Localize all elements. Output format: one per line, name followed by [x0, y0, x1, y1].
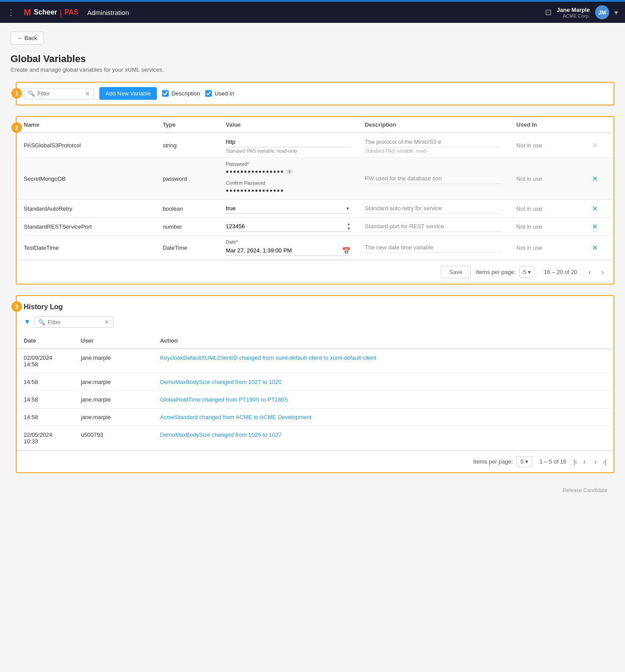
row-name: StandardAutoRetry	[17, 200, 156, 218]
string-value-input[interactable]	[226, 137, 351, 147]
items-per-page-select[interactable]: 5 ▾	[519, 267, 535, 278]
row-type: boolean	[156, 200, 219, 218]
list-item: 22/05/202410:33 u500793 DemoMaxBodySize …	[17, 426, 614, 450]
first-page-button[interactable]: |‹	[574, 458, 577, 465]
row-name: SecretMongoDB	[17, 158, 156, 200]
delete-button[interactable]: ✕	[592, 223, 598, 231]
number-spinners[interactable]: ▲ ▼	[347, 222, 351, 231]
history-date: 14:58	[17, 391, 74, 409]
avatar[interactable]: JM	[595, 5, 609, 19]
history-action: DemoMaxBodySize changed from 1026 to 102…	[153, 426, 614, 450]
logo-divider: |	[60, 8, 62, 17]
history-items-per-page-select[interactable]: 5 ▾	[516, 456, 532, 467]
row-description: Standard PAS variable, read-	[358, 133, 509, 158]
history-action: DemoMaxBodySize changed from 1027 to 102…	[153, 373, 614, 391]
add-new-variable-button[interactable]: Add New Variable	[99, 87, 157, 100]
delete-button[interactable]: ✕	[592, 205, 598, 213]
logo-pas: PAS	[65, 8, 79, 16]
list-item: 14:58 jane.marple GlobalHoldTime changed…	[17, 391, 614, 409]
prev-page-button[interactable]: ‹	[581, 457, 588, 467]
nav-right: ⊡ Jane Marple ACME Corp. JM ▾	[545, 5, 618, 19]
col-header-type: Type	[156, 117, 219, 133]
description-checkbox[interactable]	[162, 90, 169, 97]
row-type: number	[156, 218, 219, 236]
last-page-button[interactable]: ›|	[603, 458, 607, 465]
col-header-description: Description	[358, 117, 509, 133]
row-description	[358, 236, 509, 260]
row-value: Standard PAS variable, read-only	[219, 133, 358, 158]
history-page-info: 1 – 5 of 16	[539, 458, 566, 465]
history-user: jane.marple	[74, 349, 153, 373]
nav-left: ⋮ M Scheer | PAS Administration	[7, 7, 129, 18]
row-action: ✕	[585, 200, 614, 218]
datetime-input[interactable]	[226, 245, 351, 256]
used-in-checkbox-label[interactable]: Used In	[205, 90, 234, 97]
save-button[interactable]: Save	[441, 266, 471, 278]
description-input[interactable]	[365, 203, 502, 214]
items-per-page-value: 5	[523, 269, 526, 275]
value-note: Standard PAS variable, read-only	[226, 148, 297, 153]
filter-input[interactable]	[37, 90, 82, 97]
next-page-button[interactable]: ›	[599, 267, 607, 277]
password-dots: ••••••••••••••••	[226, 168, 284, 177]
history-items-per-page-section: Items per page: 5 ▾	[473, 456, 533, 467]
description-input[interactable]	[365, 173, 502, 184]
boolean-select[interactable]: true false	[226, 203, 351, 214]
calendar-icon[interactable]: 📅	[342, 247, 351, 255]
row-action: ✕	[585, 133, 614, 158]
back-button[interactable]: ← Back	[11, 32, 44, 44]
user-info: Jane Marple ACME Corp.	[557, 7, 590, 18]
row-type: DateTime	[156, 236, 219, 260]
row-name: StandardRESTServicePort	[17, 218, 156, 236]
col-header-date: Date	[17, 333, 74, 349]
menu-dots-icon[interactable]: ⋮	[7, 7, 15, 17]
filter-clear-icon[interactable]: ✕	[85, 90, 90, 97]
toolbar-section: 1 🔍 ✕ Add New Variable Description Used …	[16, 82, 614, 106]
delete-button[interactable]: ✕	[592, 175, 598, 183]
page-title: Global Variables	[11, 53, 614, 65]
eye-icon[interactable]: 👁	[286, 168, 293, 176]
table-row: PASGlobalS3Prototcol string Standard PAS…	[17, 133, 614, 158]
history-items-per-page-value: 5	[520, 458, 523, 465]
row-action: ✕	[585, 218, 614, 236]
variables-table-section: 2 Name Type Value Description Used In PA…	[16, 116, 614, 285]
col-header-name: Name	[17, 117, 156, 133]
number-input-wrapper: ▲ ▼	[226, 221, 351, 232]
description-input[interactable]	[365, 221, 502, 232]
description-checkbox-label[interactable]: Description	[162, 90, 200, 97]
search-icon: 🔍	[38, 319, 45, 325]
history-filter-input[interactable]	[48, 319, 102, 325]
chevron-down-icon[interactable]: ▾	[614, 8, 618, 17]
number-input[interactable]	[226, 221, 347, 231]
row-value: true false ▾	[219, 200, 358, 218]
filter-input-wrapper[interactable]: 🔍 ✕	[24, 88, 94, 99]
history-date: 22/05/202410:33	[17, 426, 74, 450]
filter-clear-icon[interactable]: ✕	[104, 318, 109, 325]
description-input[interactable]	[365, 242, 502, 253]
used-in-label: Used In	[214, 90, 234, 97]
user-company: ACME Corp.	[557, 13, 590, 18]
row-value: Date* 📅	[219, 236, 358, 260]
used-in-checkbox[interactable]	[205, 90, 212, 97]
description-input[interactable]	[365, 137, 502, 147]
monitor-icon[interactable]: ⊡	[545, 7, 552, 17]
table-row: SecretMongoDB password Password* •••••••…	[17, 158, 614, 200]
delete-button[interactable]: ✕	[592, 244, 598, 252]
confirm-password-wrapper: Confirm Password ••••••••••••••••	[226, 180, 351, 196]
description-label: Description	[171, 90, 200, 97]
page-subtitle: Create and manage global variables for y…	[11, 66, 614, 73]
filter-icon[interactable]: ▼	[24, 318, 31, 326]
row-type: password	[156, 158, 219, 200]
row-value: Password* •••••••••••••••• 👁 Confirm Pas…	[219, 158, 358, 200]
next-page-button[interactable]: ›	[592, 457, 599, 467]
history-user: jane.marple	[74, 409, 153, 426]
chevron-down-icon: ▾	[528, 269, 531, 275]
password-label: Password*	[226, 161, 351, 167]
history-filter-wrapper[interactable]: 🔍 ✕	[34, 316, 113, 328]
col-header-action: Action	[153, 333, 614, 349]
prev-page-button[interactable]: ‹	[586, 267, 593, 277]
row-action: ✕	[585, 236, 614, 260]
history-toolbar: ▼ 🔍 ✕	[17, 314, 614, 333]
spinner-up[interactable]: ▲	[347, 222, 351, 226]
spinner-down[interactable]: ▼	[347, 226, 351, 231]
